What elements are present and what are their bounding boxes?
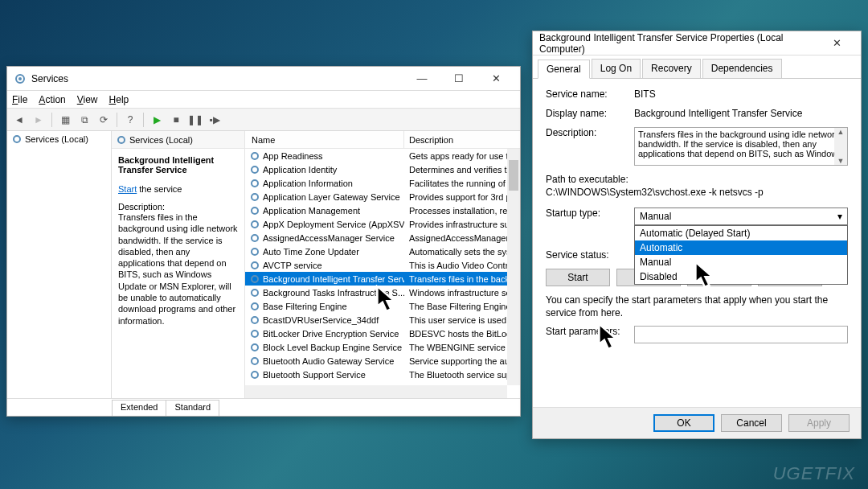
close-button[interactable]: ✕ [819, 32, 854, 55]
table-row[interactable]: Application InformationFacilitates the r… [245, 176, 520, 190]
table-row[interactable]: AppX Deployment Service (AppXSVC)Provide… [245, 217, 520, 231]
gear-icon [250, 151, 260, 161]
svg-point-18 [252, 344, 258, 351]
menu-file[interactable]: File [12, 94, 27, 105]
cancel-button[interactable]: Cancel [721, 414, 782, 432]
tree-item-services-local[interactable]: Services (Local) [7, 131, 111, 147]
tab-extended[interactable]: Extended [112, 400, 166, 416]
refresh-button[interactable]: ⟳ [95, 111, 113, 129]
header-label: Services (Local) [129, 135, 193, 145]
forward-button[interactable]: ► [30, 111, 47, 129]
svg-point-2 [14, 136, 20, 142]
svg-point-10 [252, 235, 258, 241]
pause-button[interactable]: ❚❚ [186, 111, 204, 129]
stop-button[interactable]: ■ [167, 111, 185, 129]
close-button[interactable]: ✕ [478, 68, 514, 90]
svg-point-4 [252, 153, 258, 159]
tab-logon[interactable]: Log On [592, 59, 641, 78]
menu-view[interactable]: View [77, 94, 98, 105]
titlebar: Background Intelligent Transfer Service … [533, 31, 861, 55]
bottom-tabs: Extended Standard [7, 398, 520, 416]
dropdown-option[interactable]: Automatic (Delayed Start) [635, 226, 847, 240]
gear-icon [250, 233, 260, 243]
menu-action[interactable]: Action [39, 94, 65, 105]
vertical-scrollbar[interactable] [507, 149, 520, 385]
table-row[interactable]: Bluetooth Audio Gateway ServiceService s… [245, 354, 520, 368]
apply-button: Apply [788, 414, 850, 432]
gear-icon [250, 179, 260, 188]
gear-icon [250, 220, 260, 229]
gear-icon [250, 370, 260, 380]
table-row[interactable]: BitLocker Drive Encryption ServiceBDESVC… [245, 327, 520, 340]
table-row[interactable]: Base Filtering EngineThe Base Filtering … [245, 299, 520, 313]
table-row[interactable]: Background Tasks Infrastructure S...Wind… [245, 286, 520, 299]
gear-icon [250, 288, 260, 298]
service-list: Name Description App ReadinessGets apps … [245, 131, 520, 398]
table-row[interactable]: Application Layer Gateway ServiceProvide… [245, 190, 520, 203]
table-row[interactable]: Application ManagementProcesses installa… [245, 203, 520, 217]
table-row[interactable]: BcastDVRUserService_34ddfThis user servi… [245, 313, 520, 327]
table-row[interactable]: Application IdentityDetermines and verif… [245, 162, 520, 176]
svg-point-11 [252, 249, 258, 255]
desc-scrollbar[interactable]: ▲▼ [834, 128, 847, 165]
minimize-button[interactable]: — [404, 68, 440, 90]
table-row[interactable]: AVCTP serviceThis is Audio Video Contr [245, 258, 520, 272]
start-link[interactable]: Start [118, 184, 137, 194]
svg-point-20 [252, 372, 258, 378]
svg-point-14 [252, 290, 258, 296]
dropdown-option[interactable]: Automatic [635, 240, 847, 255]
menubar: File Action View Help [7, 91, 520, 109]
gear-icon [250, 206, 260, 216]
column-description[interactable]: Description [404, 131, 520, 148]
export-button[interactable]: ⧉ [76, 111, 93, 129]
table-row[interactable]: App ReadinessGets apps ready for use th [245, 149, 520, 162]
table-row[interactable]: AssignedAccessManager ServiceAssignedAcc… [245, 231, 520, 244]
window-title: Services [31, 73, 404, 84]
table-row[interactable]: Auto Time Zone UpdaterAutomatically sets… [245, 244, 520, 258]
value-path: C:\WINDOWS\System32\svchost.exe -k netsv… [546, 187, 848, 198]
label-service-name: Service name: [546, 88, 634, 100]
gear-icon [250, 274, 260, 284]
chevron-down-icon: ▾ [837, 211, 842, 222]
table-row[interactable]: Block Level Backup Engine ServiceThe WBE… [245, 340, 520, 354]
maximize-button[interactable]: ☐ [441, 68, 477, 90]
properties-window: Background Intelligent Transfer Service … [532, 31, 862, 439]
tab-general[interactable]: General [538, 60, 590, 79]
menu-help[interactable]: Help [109, 94, 129, 105]
column-name[interactable]: Name [245, 131, 404, 148]
startup-type-dropdown: Automatic (Delayed Start)AutomaticManual… [634, 225, 848, 285]
gear-icon [250, 165, 260, 175]
table-row[interactable]: Bluetooth Support ServiceThe Bluetooth s… [245, 368, 520, 381]
gear-icon [250, 247, 260, 257]
show-hide-button[interactable]: ▦ [56, 111, 74, 129]
start-button[interactable]: Start [546, 269, 610, 286]
start-parameters-input[interactable] [634, 326, 848, 343]
label-start-params: Start parameters: [546, 326, 634, 337]
restart-button[interactable]: ▪▶ [206, 111, 223, 129]
tab-strip: General Log On Recovery Dependencies [533, 55, 861, 79]
titlebar: Services — ☐ ✕ [7, 67, 520, 91]
startup-type-select[interactable]: Manual ▾ [634, 208, 848, 225]
svg-point-19 [252, 358, 258, 364]
help-button[interactable]: ? [121, 111, 139, 129]
gear-icon [250, 329, 260, 339]
value-service-name: BITS [634, 88, 848, 100]
window-title: Background Intelligent Transfer Service … [539, 32, 819, 55]
horizontal-scrollbar[interactable] [245, 385, 507, 398]
tab-dependencies[interactable]: Dependencies [702, 59, 782, 78]
value-display-name: Background Intelligent Transfer Service [634, 108, 848, 119]
tab-standard[interactable]: Standard [166, 400, 219, 416]
label-description: Description: [546, 127, 634, 138]
svg-point-7 [252, 194, 258, 200]
gear-icon [117, 135, 126, 145]
back-button[interactable]: ◄ [10, 111, 28, 129]
ok-button[interactable]: OK [653, 414, 714, 432]
label-service-status: Service status: [546, 249, 634, 261]
svg-point-13 [252, 276, 258, 282]
tab-recovery[interactable]: Recovery [642, 59, 701, 78]
dropdown-option[interactable]: Disabled [635, 269, 847, 284]
table-row[interactable]: Background Intelligent Transfer ServiceT… [245, 272, 520, 286]
description-textbox[interactable]: Transfers files in the background using … [634, 127, 848, 166]
dropdown-option[interactable]: Manual [635, 255, 847, 269]
play-button[interactable]: ▶ [148, 111, 166, 129]
